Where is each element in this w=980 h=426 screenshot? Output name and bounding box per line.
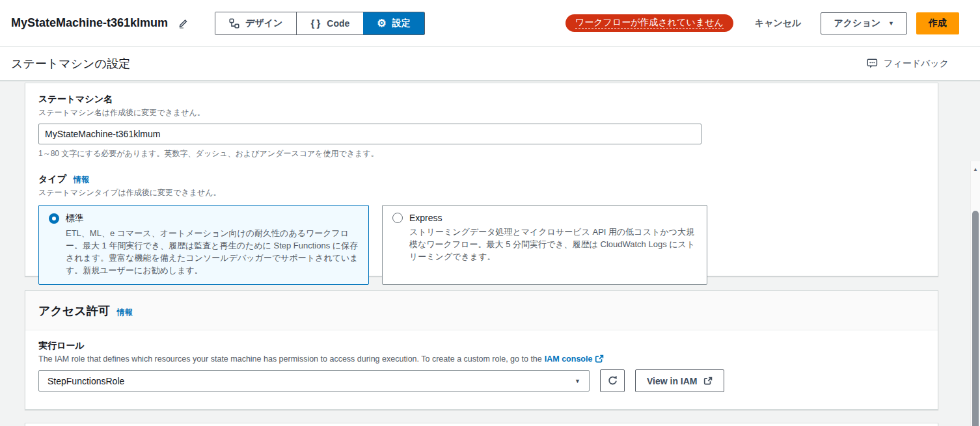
permissions-header: アクセス許可 情報 xyxy=(25,291,938,330)
role-row: StepFunctionsRole ▼ View in IAM xyxy=(38,369,925,392)
state-machine-name-input[interactable] xyxy=(38,124,701,144)
feedback-label: フィードバック xyxy=(884,58,949,70)
refresh-roles-button[interactable] xyxy=(600,369,625,392)
type-option-express[interactable]: Express ストリーミングデータ処理とマイクロサービス API 用の低コスト… xyxy=(382,205,707,285)
name-label: ステートマシン名 xyxy=(38,94,925,105)
external-link-icon xyxy=(703,377,713,386)
role-helper-text: The IAM role that defines which resource… xyxy=(38,354,542,364)
express-description: ストリーミングデータ処理とマイクロサービス API 用の低コストかつ大規模なワー… xyxy=(409,226,697,263)
express-title: Express xyxy=(409,213,442,223)
tab-code[interactable]: { } Code xyxy=(296,12,363,34)
permissions-info-link[interactable]: 情報 xyxy=(117,307,133,318)
type-label: タイプ xyxy=(38,174,66,185)
design-icon xyxy=(229,18,239,29)
type-option-standard[interactable]: 標準 ETL、ML、e コマース、オートメーション向けの耐久性のあるワークフロー… xyxy=(38,205,369,285)
state-machine-title: MyStateMachine-t361klmum xyxy=(11,16,168,30)
iam-console-link[interactable]: IAM console xyxy=(545,354,593,364)
edit-name-icon[interactable] xyxy=(177,17,189,29)
name-helper: ステートマシン名は作成後に変更できません。 xyxy=(38,107,925,118)
view-mode-tabs: デザイン { } Code ⚙ 設定 xyxy=(215,12,425,35)
standard-description: ETL、ML、e コマース、オートメーション向けの耐久性のあるワークフロー。最大… xyxy=(66,227,359,276)
view-in-iam-label: View in IAM xyxy=(647,376,698,386)
details-card: ステートマシン名 ステートマシン名は作成後に変更できません。 1～80 文字にす… xyxy=(25,83,938,276)
standard-title: 標準 xyxy=(66,213,84,224)
radio-standard[interactable] xyxy=(49,213,59,224)
role-select[interactable]: StepFunctionsRole ▼ xyxy=(38,370,590,392)
radio-express[interactable] xyxy=(392,213,403,223)
workflow-warning-badge: ワークフローが作成されていません xyxy=(565,14,733,32)
feedback-icon xyxy=(867,58,878,69)
page-header-bar: ステートマシンの設定 フィードバック xyxy=(0,47,980,81)
cancel-button[interactable]: キャンセル xyxy=(755,18,802,29)
external-link-icon[interactable] xyxy=(595,354,604,364)
type-options: 標準 ETL、ML、e コマース、オートメーション向けの耐久性のあるワークフロー… xyxy=(38,205,925,285)
permissions-card: アクセス許可 情報 実行ロール The IAM role that define… xyxy=(25,290,938,410)
top-action-bar: MyStateMachine-t361klmum デザイン { } Code ⚙… xyxy=(0,0,980,47)
tab-design[interactable]: デザイン xyxy=(215,12,296,34)
tab-settings-label: 設定 xyxy=(392,18,411,29)
actions-label: アクション xyxy=(834,18,880,29)
role-select-value: StepFunctionsRole xyxy=(48,376,124,386)
settings-icon: ⚙ xyxy=(377,18,386,29)
type-helper: ステートマシンタイプは作成後に変更できません。 xyxy=(38,187,925,198)
page-title: ステートマシンの設定 xyxy=(11,56,130,72)
type-info-link[interactable]: 情報 xyxy=(74,174,89,185)
tab-settings[interactable]: ⚙ 設定 xyxy=(363,12,424,34)
view-in-iam-button[interactable]: View in IAM xyxy=(635,369,724,392)
type-section: タイプ 情報 ステートマシンタイプは作成後に変更できません。 標準 ETL、ML… xyxy=(38,174,925,285)
permissions-body: 実行ロール The IAM role that defines which re… xyxy=(25,330,938,402)
feedback-link[interactable]: フィードバック xyxy=(867,58,949,70)
next-section-card xyxy=(25,423,938,426)
code-icon: { } xyxy=(310,18,321,29)
select-caret-icon: ▼ xyxy=(575,378,580,384)
settings-content: ステートマシン名 ステートマシン名は作成後に変更できません。 1～80 文字にす… xyxy=(0,81,980,426)
scrollbar[interactable]: ▲ xyxy=(970,161,980,426)
scroll-up-arrow-icon[interactable]: ▲ xyxy=(971,161,980,172)
scrollbar-thumb[interactable] xyxy=(972,211,979,426)
refresh-icon xyxy=(607,375,618,386)
role-helper: The IAM role that defines which resource… xyxy=(38,354,925,364)
tab-code-label: Code xyxy=(327,18,349,29)
permissions-heading: アクセス許可 xyxy=(38,303,110,319)
chevron-down-icon: ▼ xyxy=(888,20,894,27)
role-label: 実行ロール xyxy=(38,340,925,352)
name-constraint: 1～80 文字にする必要があります。英数字、ダッシュ、およびアンダースコアを使用… xyxy=(38,148,925,159)
tab-design-label: デザイン xyxy=(245,18,282,29)
header-actions: ワークフローが作成されていません キャンセル アクション ▼ 作成 xyxy=(565,12,959,34)
create-button[interactable]: 作成 xyxy=(916,12,959,34)
actions-dropdown-button[interactable]: アクション ▼ xyxy=(821,12,907,34)
